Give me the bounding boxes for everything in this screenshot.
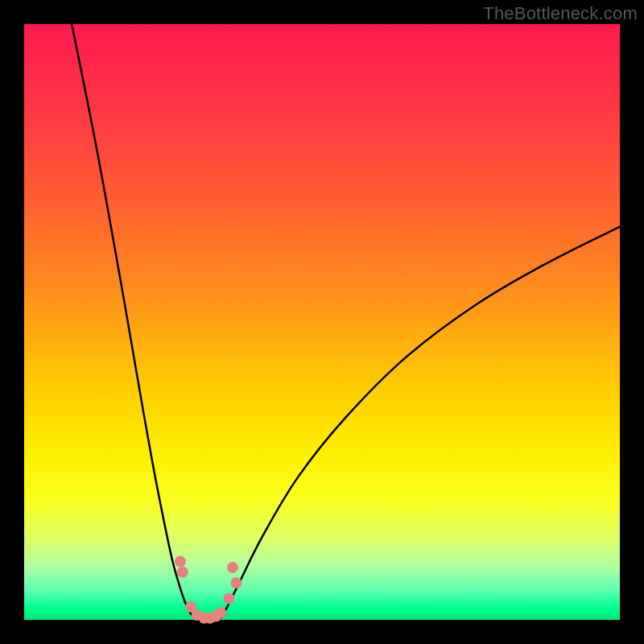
valley-dot [227,562,238,573]
plot-area [24,24,620,620]
watermark: TheBottleneck.com [483,3,638,24]
curves-layer [24,24,620,620]
valley-dot [215,607,226,618]
valley-dots [175,556,242,624]
valley-dot [175,556,186,568]
left-branch-curve [72,24,195,618]
valley-dot [177,567,188,578]
valley-dot [230,577,242,588]
chart-container: TheBottleneck.com [0,0,644,644]
right-branch-curve [221,227,620,618]
valley-dot [224,592,235,604]
